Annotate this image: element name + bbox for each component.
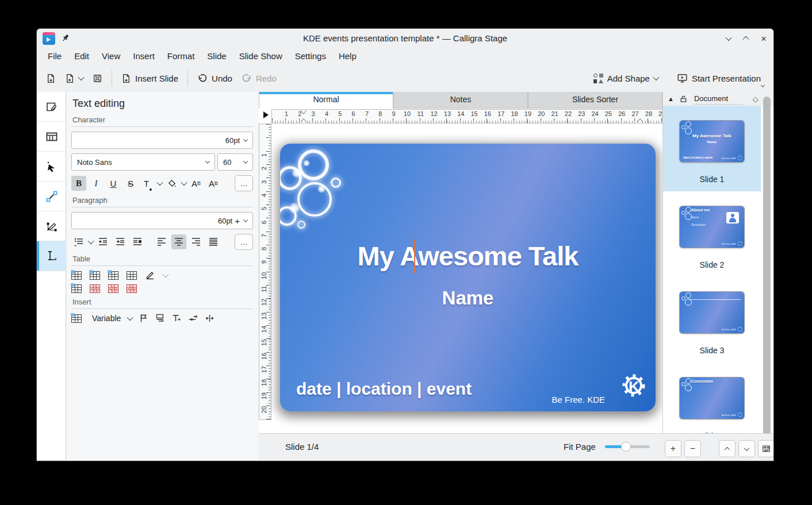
slide-thumbnail[interactable]: My Awesome TalkNamedate | location | eve…: [680, 121, 744, 162]
close-icon[interactable]: ×: [761, 34, 767, 44]
slide-thumbnail-item[interactable]: About meNameDescriptionBe Free. KDESlide…: [663, 191, 761, 277]
slide-thumbnail[interactable]: Be Free. KDE: [680, 292, 744, 333]
insert-table-button[interactable]: [71, 314, 82, 323]
slide-thumbnail-item[interactable]: My Awesome TalkNamedate | location | eve…: [663, 106, 761, 191]
section-break-button[interactable]: [155, 314, 164, 323]
tab-slides-sorter[interactable]: Slides Sorter: [528, 92, 662, 109]
slide-footer-text[interactable]: date | location | event: [296, 379, 472, 399]
variable-dropdown-icon[interactable]: [127, 314, 133, 321]
bookmark-flag-button[interactable]: [139, 314, 148, 323]
decrease-indent-button[interactable]: [95, 234, 110, 249]
font-color-dropdown-icon[interactable]: [156, 179, 163, 186]
slide-thumbnail-item[interactable]: Be Free. KDESlide 3: [663, 277, 761, 363]
align-center-button[interactable]: [171, 234, 186, 249]
tool-path-edit[interactable]: [37, 211, 66, 241]
highlight-dropdown-icon[interactable]: [181, 179, 187, 186]
character-style-combobox[interactable]: 60pt: [71, 132, 253, 149]
menu-item-slide[interactable]: Slide: [201, 48, 232, 64]
tool-shape-edit[interactable]: [37, 92, 66, 122]
slide-thumbnail[interactable]: ConclusionBe Free. KDE: [680, 377, 744, 419]
variable-button[interactable]: Variable: [92, 314, 121, 323]
paragraph-more-button[interactable]: …: [235, 234, 253, 250]
split-arrows-button[interactable]: [205, 314, 215, 323]
highlight-color-button[interactable]: [164, 176, 179, 191]
slide-subtitle-text[interactable]: Name: [280, 287, 656, 309]
vertical-ruler[interactable]: 1234567891011121314151617181920: [259, 124, 271, 420]
character-more-button[interactable]: …: [235, 175, 253, 191]
open-dropdown-icon[interactable]: [78, 74, 84, 80]
tab-normal[interactable]: Normal: [259, 92, 393, 109]
slide-title-text[interactable]: My Awesome Talk: [280, 240, 656, 272]
delete-row-button[interactable]: [90, 284, 100, 293]
collapse-triangle-icon[interactable]: ▲: [668, 95, 674, 102]
menu-item-view[interactable]: View: [95, 48, 127, 64]
font-family-combobox[interactable]: Noto Sans: [71, 153, 215, 171]
menu-item-format[interactable]: Format: [161, 48, 201, 64]
merge-cells-button[interactable]: [127, 271, 137, 280]
strikethrough-button[interactable]: S: [123, 176, 138, 191]
menu-item-edit[interactable]: Edit: [68, 48, 95, 64]
bold-button[interactable]: B: [71, 176, 86, 191]
slide-thumbnail[interactable]: About meNameDescriptionBe Free. KDE: [680, 206, 744, 248]
menu-item-help[interactable]: Help: [332, 48, 363, 64]
block-indent-button[interactable]: [130, 234, 145, 249]
delete-table-button[interactable]: [127, 284, 137, 293]
list-style-dropdown-icon[interactable]: [87, 238, 94, 244]
slider-setting-button[interactable]: [188, 314, 198, 323]
paragraph-style-combobox[interactable]: 60pt +: [71, 212, 253, 229]
horizontal-ruler[interactable]: 1234567891011121314151617181920212223242…: [271, 109, 662, 124]
insert-slide-button[interactable]: Insert Slide: [117, 68, 183, 88]
tool-text[interactable]: [37, 241, 66, 271]
start-presentation-button[interactable]: Start Presentation: [672, 68, 765, 88]
menu-item-slide-show[interactable]: Slide Show: [233, 48, 289, 64]
tool-layout[interactable]: [37, 122, 66, 152]
tool-connector[interactable]: [37, 182, 66, 211]
move-slide-down-button[interactable]: [738, 440, 755, 457]
lock-icon[interactable]: [680, 95, 687, 103]
slide-details-button[interactable]: [758, 440, 773, 457]
align-right-button[interactable]: [189, 234, 204, 249]
float-panel-icon[interactable]: ◇: [753, 95, 759, 103]
slide-thumbnail-item[interactable]: ConclusionBe Free. KDESlide 4: [663, 363, 761, 435]
border-pen-button[interactable]: [145, 271, 155, 280]
plus-icon[interactable]: +: [235, 216, 240, 226]
list-style-button[interactable]: [71, 234, 86, 249]
menu-item-insert[interactable]: Insert: [127, 48, 161, 64]
align-justify-button[interactable]: [206, 234, 221, 249]
slide-canvas[interactable]: My Awesome Talk Name date | location | e…: [280, 144, 656, 411]
underline-button[interactable]: U: [106, 176, 121, 191]
insert-row-above-button[interactable]: [71, 271, 82, 280]
add-shape-button[interactable]: Add Shape: [589, 68, 663, 88]
align-left-button[interactable]: [154, 234, 169, 249]
add-shape-dropdown-icon[interactable]: [653, 74, 659, 80]
tab-notes[interactable]: Notes: [393, 92, 528, 109]
left-indent-marker[interactable]: [301, 119, 307, 123]
zoom-mode-label[interactable]: Fit Page: [564, 442, 596, 452]
zoom-slider-handle[interactable]: [621, 442, 631, 452]
insert-row-below-button[interactable]: [90, 271, 100, 280]
add-slide-button[interactable]: +: [665, 440, 681, 457]
increase-indent-button[interactable]: [113, 234, 128, 249]
maximize-icon[interactable]: [742, 36, 749, 43]
zoom-slider[interactable]: [605, 445, 650, 448]
save-button[interactable]: [88, 68, 107, 88]
first-line-indent-marker[interactable]: [301, 110, 307, 114]
font-size-combobox[interactable]: 60: [217, 153, 253, 171]
border-pen-dropdown-icon[interactable]: [162, 271, 168, 277]
redo-button[interactable]: Redo: [237, 68, 281, 88]
minimize-icon[interactable]: [725, 34, 731, 41]
insert-column-button[interactable]: [108, 271, 118, 280]
move-slide-up-button[interactable]: [719, 440, 736, 457]
font-color-button[interactable]: T: [140, 176, 155, 191]
start-presentation-dropdown-icon[interactable]: [761, 83, 765, 87]
undo-button[interactable]: Undo: [193, 68, 237, 88]
open-document-button[interactable]: [60, 68, 88, 88]
insert-text-button[interactable]: [171, 314, 181, 323]
tool-pointer[interactable]: [37, 152, 66, 182]
right-indent-marker[interactable]: [637, 119, 643, 123]
document-panel-scrollbar[interactable]: [763, 97, 771, 441]
italic-button[interactable]: I: [89, 176, 104, 191]
subscript-button[interactable]: AB: [206, 176, 221, 191]
remove-slide-button[interactable]: −: [684, 440, 701, 457]
titlebar[interactable]: KDE events presentation template * — Cal…: [37, 29, 773, 48]
